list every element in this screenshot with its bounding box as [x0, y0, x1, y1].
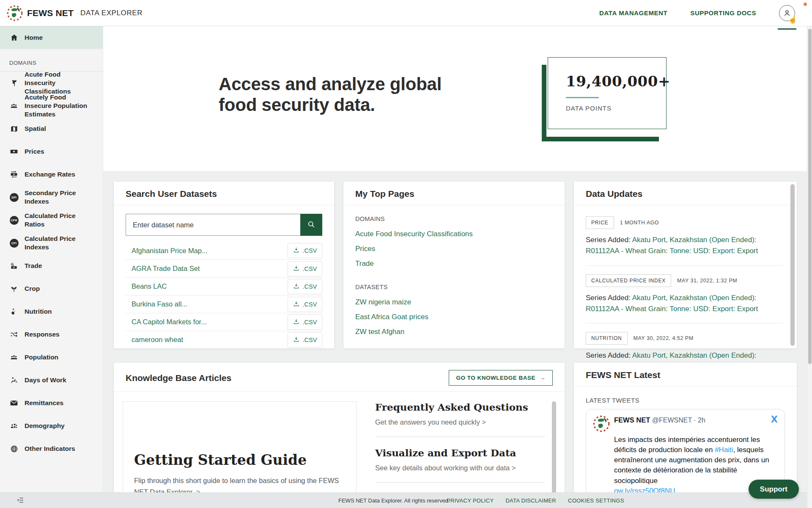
x-twitter-icon[interactable]: X — [771, 414, 778, 425]
population-icon — [9, 353, 19, 362]
csv-download-button[interactable]: .CSV — [288, 261, 322, 276]
sidebar-item-demography[interactable]: Demography — [0, 414, 103, 437]
sidebar-item-prices[interactable]: Prices — [0, 140, 103, 163]
go-to-knowledge-base-button[interactable]: GO TO KNOWLEDGE BASE → — [449, 370, 553, 386]
data-disclaimer-link[interactable]: DATA DISCLAIMER — [505, 497, 556, 504]
sidebar: Home DOMAINS Acute Food Insecurity Class… — [0, 26, 103, 492]
dataset-row: Burkina Faso all... .CSV — [126, 295, 322, 313]
exchange-icon — [9, 170, 19, 179]
arrow-right-icon: → — [540, 375, 546, 381]
kb-article: Visualize and Export Data See key detail… — [375, 447, 545, 472]
getting-started-guide-card[interactable]: Getting Started Guide Flip through this … — [123, 401, 357, 492]
sidebar-item-other-indicators[interactable]: Other Indicators — [0, 437, 103, 460]
dataset-link[interactable]: cameroon wheat — [126, 336, 183, 344]
kb-article-title[interactable]: Frequently Asked Questions — [375, 401, 545, 413]
sidebar-item-responses[interactable]: Responses — [0, 323, 103, 346]
brand-name: FEWS NET — [27, 8, 74, 18]
card-scrollbar[interactable] — [790, 184, 795, 346]
top-dataset-link[interactable]: ZW nigeria maize — [355, 298, 553, 306]
csv-download-button[interactable]: .CSV — [288, 332, 322, 348]
hero-heading: Access and analyze global food security … — [219, 74, 464, 115]
data-points-stat-card: 19,400,000+ DATA POINTS — [548, 57, 667, 129]
sidebar-item-secondary-price-indexes[interactable]: SPI Secondary Price Indexes — [0, 186, 103, 209]
dataset-link[interactable]: CA Capitol Markets for... — [126, 318, 207, 326]
nav-supporting-docs[interactable]: SUPPORTING DOCS — [690, 9, 756, 17]
guide-title: Getting Started Guide — [134, 452, 345, 468]
sidebar-item-nutrition[interactable]: Nutrition — [0, 300, 103, 323]
sidebar-item-remittances[interactable]: Remittances — [0, 392, 103, 414]
worker-icon — [9, 376, 19, 384]
sidebar-item-calculated-price-ratios[interactable]: CPR Calculated Price Ratios — [0, 209, 103, 232]
sidebar-collapse-icon[interactable] — [17, 497, 24, 505]
knowledge-base-body: Getting Started Guide Flip through this … — [114, 392, 565, 492]
footer-links: PRIVACY POLICY DATA DISCLAIMER COOKIES S… — [447, 497, 624, 504]
support-button[interactable]: Support — [749, 480, 799, 499]
tweet-meta: @FEWSNET · 2h — [652, 417, 705, 424]
nav-data-management[interactable]: DATA MANAGEMENT — [599, 9, 667, 17]
csv-download-button[interactable]: .CSV — [288, 279, 322, 294]
page-scrollbar[interactable] — [807, 26, 812, 508]
card-title: Knowledge Base Articles — [126, 373, 231, 383]
dataset-link[interactable]: Afghanistan Price Map... — [126, 247, 208, 255]
sidebar-item-spatial[interactable]: Spatial — [0, 117, 103, 140]
dataset-row: CA Capitol Markets for... .CSV — [126, 313, 322, 331]
search-button[interactable] — [300, 214, 322, 236]
nutrition-icon — [9, 308, 19, 315]
update-timestamp: MAY 31, 2022, 1:32 PM — [677, 278, 737, 284]
divider — [375, 436, 545, 437]
top-dataset-link[interactable]: ZW test Afghan — [355, 328, 553, 336]
tweet-header: FEWS NET @FEWSNET · 2h — [593, 415, 778, 434]
sidebar-item-label: Other Indicators — [25, 444, 75, 453]
sidebar-item-days-of-work[interactable]: Days of Work — [0, 369, 103, 392]
download-icon — [293, 318, 299, 326]
csv-download-button[interactable]: .CSV — [288, 297, 322, 312]
sidebar-item-label: Trade — [25, 262, 42, 270]
card-title: Data Updates — [586, 189, 642, 199]
recording-dot — [804, 3, 807, 6]
cookies-settings-link[interactable]: COOKIES SETTINGS — [568, 497, 624, 504]
kb-article-link[interactable]: Get the answers you need quickly > — [375, 418, 545, 426]
dataset-link[interactable]: Beans LAC — [126, 282, 167, 290]
user-menu[interactable]: ☝ — [779, 5, 795, 21]
sidebar-item-calculated-price-indexes[interactable]: CPI Calculated Price Indexes — [0, 232, 103, 254]
brand-lockup[interactable]: FEWS NET DATA EXPLORER — [7, 5, 143, 21]
top-pages-body: DOMAINS Acute Food Insecurity Classifica… — [343, 205, 565, 353]
search-input[interactable] — [126, 214, 300, 236]
csv-download-button[interactable]: .CSV — [288, 315, 322, 330]
sidebar-item-label: Acutely Food Insecure Population Estimat… — [25, 93, 91, 119]
sidebar-item-label: Exchange Rates — [25, 170, 75, 179]
guide-link-text[interactable]: Flip through this short guide to learn t… — [134, 475, 341, 492]
guide-image-placeholder — [134, 402, 345, 452]
kb-article-link[interactable]: See key details about working with our d… — [375, 464, 545, 472]
top-page-link[interactable]: Prices — [355, 245, 553, 253]
update-timestamp: MAY 30, 2022, 4:52 PM — [634, 335, 694, 341]
sidebar-item-home[interactable]: Home — [0, 26, 103, 49]
dataset-link[interactable]: AGRA Trade Data Set — [126, 265, 200, 273]
sidebar-item-label: Acute Food Insecurity Classifications — [25, 70, 91, 96]
sidebar-item-trade[interactable]: Trade — [0, 254, 103, 277]
privacy-policy-link[interactable]: PRIVACY POLICY — [447, 497, 494, 504]
domains-section-label: DOMAINS — [355, 215, 553, 222]
sidebar-item-exchange-rates[interactable]: Exchange Rates — [0, 163, 103, 186]
card-header: My Top Pages — [343, 182, 565, 205]
hashtag-link[interactable]: #Haiti — [715, 446, 733, 454]
latest-tweets-label: LATEST TWEETS — [586, 397, 785, 404]
top-page-link[interactable]: Acute Food Insecurity Classifications — [355, 230, 553, 238]
sidebar-item-acute-food-insecurity[interactable]: Acute Food Insecurity Classifications — [0, 72, 103, 94]
page-footer: FEWS NET Data Explorer. All rights reser… — [0, 492, 812, 508]
tweet-url-link[interactable]: ow.ly/rssz50Qf8NU — [614, 487, 675, 492]
cpr-badge-icon: CPR — [9, 216, 19, 225]
kb-article-title[interactable]: Visualize and Export Data — [375, 447, 545, 458]
user-avatar-icon[interactable] — [779, 5, 795, 21]
csv-download-button[interactable]: .CSV — [288, 243, 322, 258]
sidebar-item-label: Demography — [25, 422, 65, 430]
top-dataset-link[interactable]: East Africa Goat prices — [355, 313, 553, 321]
sidebar-item-label: Spatial — [25, 124, 46, 133]
sidebar-item-crop[interactable]: Crop — [0, 277, 103, 300]
sidebar-item-population-estimates[interactable]: Acutely Food Insecure Population Estimat… — [0, 94, 103, 117]
data-updates-card: Data Updates PRICE 1 MONTH AGO Series Ad… — [574, 182, 797, 348]
article-list-scrollbar[interactable] — [552, 401, 556, 492]
dataset-link[interactable]: Burkina Faso all... — [126, 300, 187, 308]
sidebar-item-population[interactable]: Population — [0, 346, 103, 369]
top-page-link[interactable]: Trade — [355, 260, 553, 268]
